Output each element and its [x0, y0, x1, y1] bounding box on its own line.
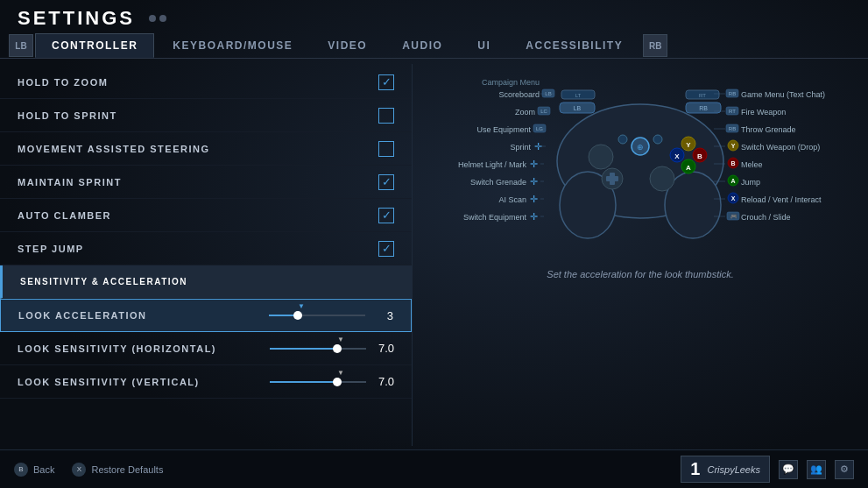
- setting-look-sensitivity-v[interactable]: LOOK SENSITIVITY (VERTICAL) ▼ 7.0: [0, 365, 412, 399]
- setting-look-sensitivity-h[interactable]: LOOK SENSITIVITY (HORIZONTAL) ▼ 7.0: [0, 332, 412, 365]
- svg-point-16: [650, 166, 674, 191]
- hold-zoom-checkbox[interactable]: [378, 74, 394, 90]
- svg-text:Switch Weapon (Drop): Switch Weapon (Drop): [741, 143, 820, 152]
- back-button[interactable]: B Back: [14, 463, 54, 477]
- svg-text:Campaign Menu: Campaign Menu: [482, 78, 540, 87]
- movement-steering-checkbox[interactable]: [378, 141, 394, 157]
- footer: B Back X Restore Defaults 1 CrispyLeeks …: [0, 449, 868, 488]
- setting-maintain-sprint[interactable]: MAINTAIN SPRINT: [0, 166, 412, 199]
- nav-left-button[interactable]: LB: [9, 34, 33, 57]
- tab-keyboard[interactable]: KEYBOARD/MOUSE: [156, 33, 309, 58]
- look-sensitivity-h-label: LOOK SENSITIVITY (HORIZONTAL): [18, 343, 270, 354]
- sensitivity-section-label: SENSITIVITY & ACCELERATION: [20, 277, 394, 286]
- svg-text:LB: LB: [574, 105, 582, 111]
- header-dots: [149, 15, 166, 22]
- setting-movement-steering[interactable]: MOVEMENT ASSISTED STEERING: [0, 132, 412, 166]
- svg-text:Use Equipment: Use Equipment: [476, 125, 531, 134]
- setting-step-jump[interactable]: STEP JUMP: [0, 232, 412, 265]
- hold-sprint-checkbox[interactable]: [378, 108, 394, 124]
- look-sensitivity-h-value: 7.0: [373, 342, 394, 355]
- svg-text:Throw Grenade: Throw Grenade: [741, 125, 796, 134]
- setting-auto-clamber[interactable]: AUTO CLAMBER: [0, 199, 412, 232]
- setting-hold-sprint[interactable]: HOLD TO SPRINT: [0, 99, 412, 132]
- tab-audio[interactable]: AUDIO: [385, 33, 459, 58]
- look-sensitivity-v-track: ▼: [270, 381, 366, 383]
- svg-text:Game Menu (Text Chat): Game Menu (Text Chat): [741, 90, 825, 99]
- dot-2: [159, 15, 166, 22]
- controller-diagram: LB RB LT RT ⊕: [430, 69, 850, 279]
- look-sensitivity-v-slider-container[interactable]: ▼ 7.0: [270, 375, 394, 388]
- svg-text:RB: RB: [729, 91, 736, 96]
- svg-text:Sprint: Sprint: [510, 143, 531, 152]
- gear-icon-button[interactable]: ⚙: [835, 460, 854, 479]
- tab-controller[interactable]: CONTROLLER: [35, 33, 154, 58]
- maintain-sprint-label: MAINTAIN SPRINT: [18, 177, 378, 187]
- look-acceleration-thumb[interactable]: [293, 311, 302, 320]
- svg-text:RT: RT: [699, 93, 706, 98]
- svg-text:RT: RT: [729, 109, 736, 114]
- look-sensitivity-v-value: 7.0: [373, 375, 394, 388]
- player-badge: 1 CrispyLeeks: [681, 456, 770, 483]
- svg-text:✛: ✛: [530, 211, 538, 222]
- controller-body: LB RB LT RT ⊕: [557, 90, 723, 238]
- svg-text:Switch Grenade: Switch Grenade: [470, 178, 526, 187]
- back-icon: B: [14, 463, 28, 477]
- svg-text:Helmet Light / Mark: Helmet Light / Mark: [458, 160, 527, 169]
- look-sensitivity-v-thumb[interactable]: [333, 378, 342, 386]
- look-sensitivity-h-fill: [270, 348, 337, 350]
- footer-controls: B Back X Restore Defaults: [14, 463, 163, 477]
- svg-text:X: X: [731, 195, 736, 202]
- svg-text:Melee: Melee: [741, 160, 763, 169]
- svg-point-14: [618, 135, 627, 144]
- look-acceleration-slider-container[interactable]: ▼ 3: [269, 309, 393, 322]
- header: SETTINGS: [0, 0, 868, 33]
- svg-text:✛: ✛: [530, 159, 538, 169]
- setting-look-acceleration[interactable]: LOOK ACCELERATION ▼ 3: [0, 299, 412, 332]
- look-sensitivity-h-track: ▼: [270, 348, 366, 350]
- svg-text:⊕: ⊕: [637, 143, 644, 152]
- auto-clamber-checkbox[interactable]: [378, 208, 394, 223]
- back-label: Back: [33, 464, 54, 475]
- controller-diagram-panel: LB RB LT RT ⊕: [413, 60, 868, 449]
- svg-text:LT: LT: [575, 93, 582, 98]
- step-jump-checkbox[interactable]: [378, 241, 394, 257]
- look-sensitivity-h-slider-container[interactable]: ▼ 7.0: [270, 342, 394, 355]
- svg-text:Scoreboard: Scoreboard: [498, 90, 540, 99]
- svg-text:Reload / Vent / Interact: Reload / Vent / Interact: [741, 195, 822, 204]
- look-acceleration-track: ▼: [269, 315, 365, 316]
- svg-text:RB: RB: [699, 105, 708, 111]
- maintain-sprint-checkbox[interactable]: [378, 174, 394, 190]
- svg-text:Fire Weapon: Fire Weapon: [741, 108, 786, 117]
- hold-zoom-label: HOLD TO ZOOM: [18, 77, 378, 88]
- controller-svg: LB RB LT RT ⊕: [439, 69, 842, 262]
- sensitivity-section-header: SENSITIVITY & ACCELERATION: [0, 265, 412, 299]
- svg-text:Y: Y: [686, 141, 691, 149]
- people-icon-button[interactable]: 👥: [807, 460, 826, 479]
- tab-accessibility[interactable]: ACCESSIBILITY: [509, 33, 639, 58]
- restore-label: Restore Defaults: [91, 464, 163, 475]
- look-acceleration-label: LOOK ACCELERATION: [18, 310, 269, 321]
- hint-text: Set the acceleration for the look thumbs…: [547, 269, 733, 279]
- look-sensitivity-h-thumb[interactable]: [333, 344, 342, 353]
- movement-steering-label: MOVEMENT ASSISTED STEERING: [18, 144, 378, 154]
- svg-text:Zoom: Zoom: [515, 108, 535, 117]
- page-title: SETTINGS: [18, 7, 135, 30]
- player-name: CrispyLeeks: [707, 464, 760, 475]
- restore-defaults-button[interactable]: X Restore Defaults: [72, 463, 163, 477]
- tab-video[interactable]: VIDEO: [311, 33, 384, 58]
- setting-hold-zoom[interactable]: HOLD TO ZOOM: [0, 66, 412, 99]
- look-sensitivity-v-label: LOOK SENSITIVITY (VERTICAL): [18, 377, 270, 387]
- svg-text:A: A: [730, 178, 735, 184]
- svg-text:Crouch / Slide: Crouch / Slide: [741, 213, 791, 222]
- chat-icon-button[interactable]: 💬: [779, 460, 798, 479]
- svg-text:🎮: 🎮: [730, 213, 737, 220]
- look-acceleration-value: 3: [372, 309, 393, 322]
- step-jump-label: STEP JUMP: [18, 244, 378, 254]
- svg-text:Switch Equipment: Switch Equipment: [463, 213, 527, 222]
- nav-tabs: LB CONTROLLER KEYBOARD/MOUSE VIDEO AUDIO…: [0, 33, 868, 59]
- tab-ui[interactable]: UI: [461, 33, 507, 58]
- svg-text:RB: RB: [729, 126, 736, 131]
- svg-text:X: X: [674, 152, 680, 160]
- nav-right-button[interactable]: RB: [643, 34, 667, 57]
- svg-text:B: B: [730, 160, 735, 166]
